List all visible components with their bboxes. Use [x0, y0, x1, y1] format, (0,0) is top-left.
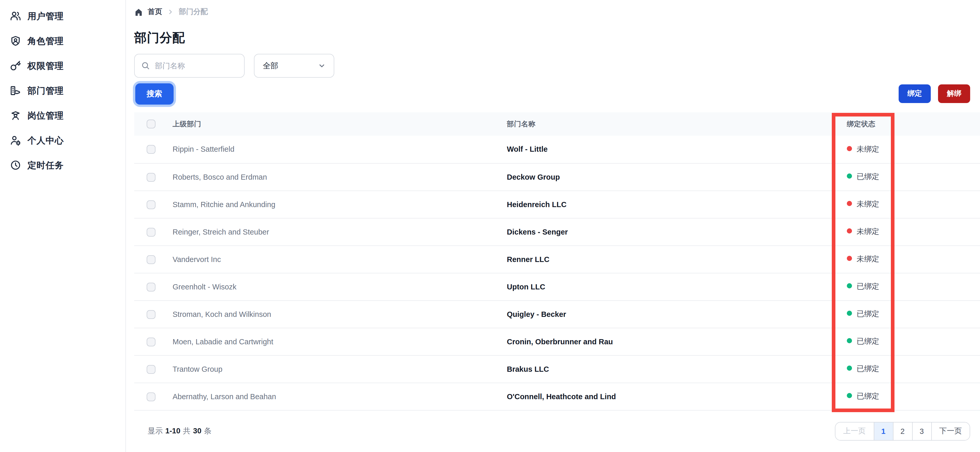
- summary-show-label: 显示: [148, 426, 163, 436]
- page-button-1[interactable]: 1: [873, 422, 892, 440]
- organization-icon: [10, 85, 21, 96]
- table-row: Vandervort IncRenner LLC未绑定: [134, 246, 980, 273]
- bind-status-cell: 已绑定: [847, 163, 980, 190]
- search-button[interactable]: 搜索: [135, 83, 173, 104]
- department-name-cell: Renner LLC: [507, 246, 847, 273]
- sidebar-item-权限管理[interactable]: 权限管理: [0, 53, 126, 78]
- status-label: 已绑定: [857, 282, 879, 290]
- status-dot-green: [847, 366, 852, 371]
- parent-department-cell: Vandervort Inc: [165, 246, 507, 273]
- status-dot-red: [847, 256, 852, 261]
- bind-status-cell: 未绑定: [847, 190, 980, 218]
- table-header-row: 上级部门 部门名称 绑定状态: [134, 113, 980, 136]
- status-label: 未绑定: [857, 200, 879, 208]
- sidebar-item-label: 权限管理: [27, 60, 64, 72]
- bind-status-cell: 已绑定: [847, 300, 980, 328]
- department-name-cell: Heidenreich LLC: [507, 190, 847, 218]
- department-name-cell: Upton LLC: [507, 273, 847, 300]
- search-input[interactable]: [155, 62, 238, 70]
- sidebar-item-部门管理[interactable]: 部门管理: [0, 78, 126, 103]
- chevron-right-icon: [167, 8, 174, 16]
- status-label: 已绑定: [857, 173, 879, 181]
- pagination-summary: 显示 1-10 共 30 条: [148, 426, 212, 436]
- page-button-3[interactable]: 3: [912, 422, 931, 440]
- table-row: Rippin - SatterfieldWolf - Little未绑定: [134, 136, 980, 163]
- parent-department-cell: Reinger, Streich and Steuber: [165, 218, 507, 246]
- departments-table: 上级部门 部门名称 绑定状态 Rippin - SatterfieldWolf …: [134, 113, 980, 410]
- bind-status-cell: 已绑定: [847, 273, 980, 300]
- clock-icon: [10, 159, 21, 171]
- bind-status-cell: 已绑定: [847, 382, 980, 410]
- bind-status-cell: 未绑定: [847, 136, 980, 163]
- row-checkbox[interactable]: [147, 392, 156, 401]
- table-row: Trantow GroupBrakus LLC已绑定: [134, 355, 980, 382]
- home-icon[interactable]: [134, 8, 143, 16]
- table-row: Abernathy, Larson and BeahanO'Connell, H…: [134, 382, 980, 410]
- department-name-cell: Wolf - Little: [507, 136, 847, 163]
- search-icon: [141, 61, 150, 70]
- summary-range: 1-10: [165, 427, 180, 435]
- actions-row: 搜索 绑定 解绑: [134, 81, 970, 107]
- status-dot-green: [847, 393, 852, 398]
- department-name-cell: Brakus LLC: [507, 355, 847, 382]
- filter-bar: 全部: [134, 54, 980, 78]
- parent-department-cell: Roberts, Bosco and Erdman: [165, 163, 507, 190]
- parent-department-cell: Stamm, Ritchie and Ankunding: [165, 190, 507, 218]
- department-name-cell: Deckow Group: [507, 163, 847, 190]
- summary-total-label: 共: [183, 426, 191, 436]
- graduate-icon: [10, 110, 21, 121]
- sidebar-item-角色管理[interactable]: 角色管理: [0, 29, 126, 53]
- sidebar-item-用户管理[interactable]: 用户管理: [0, 4, 126, 29]
- next-page-button[interactable]: 下一页: [931, 422, 970, 440]
- table-row: Roberts, Bosco and ErdmanDeckow Group已绑定: [134, 163, 980, 190]
- row-checkbox[interactable]: [147, 200, 156, 209]
- status-dot-green: [847, 338, 852, 343]
- row-checkbox[interactable]: [147, 145, 156, 154]
- sidebar-item-个人中心[interactable]: 个人中心: [0, 128, 126, 153]
- row-checkbox[interactable]: [147, 228, 156, 236]
- sidebar-item-定时任务[interactable]: 定时任务: [0, 153, 126, 178]
- department-search-field[interactable]: [134, 54, 245, 78]
- department-name-cell: O'Connell, Heathcote and Lind: [507, 382, 847, 410]
- department-name-cell: Cronin, Oberbrunner and Rau: [507, 328, 847, 355]
- users-icon: [10, 10, 21, 22]
- status-filter-select[interactable]: 全部: [254, 54, 334, 78]
- parent-department-cell: Stroman, Koch and Wilkinson: [165, 300, 507, 328]
- table-row: Moen, Labadie and CartwrightCronin, Ober…: [134, 328, 980, 355]
- sidebar-item-岗位管理[interactable]: 岗位管理: [0, 103, 126, 128]
- table-row: Greenholt - WisozkUpton LLC已绑定: [134, 273, 980, 300]
- summary-total: 30: [193, 427, 201, 435]
- breadcrumb: 首页 部门分配: [134, 6, 980, 17]
- parent-department-cell: Moen, Labadie and Cartwright: [165, 328, 507, 355]
- parent-department-cell: Rippin - Satterfield: [165, 136, 507, 163]
- row-checkbox[interactable]: [147, 282, 156, 291]
- bind-button[interactable]: 绑定: [899, 84, 931, 103]
- select-value: 全部: [263, 61, 278, 71]
- page-root: 用户管理角色管理权限管理部门管理岗位管理个人中心定时任务 首页 部门分配 部门分…: [0, 0, 980, 452]
- sidebar-item-label: 个人中心: [27, 134, 64, 146]
- bind-status-cell: 已绑定: [847, 328, 980, 355]
- row-checkbox[interactable]: [147, 365, 156, 374]
- status-label: 已绑定: [857, 309, 879, 318]
- unbind-button[interactable]: 解绑: [938, 84, 970, 103]
- user-gear-icon: [10, 135, 21, 146]
- row-checkbox[interactable]: [147, 255, 156, 264]
- breadcrumb-home-link[interactable]: 首页: [148, 7, 162, 17]
- table-body: Rippin - SatterfieldWolf - Little未绑定Robe…: [134, 136, 980, 410]
- row-checkbox[interactable]: [147, 310, 156, 319]
- status-label: 未绑定: [857, 227, 879, 236]
- table-row: Reinger, Streich and SteuberDickens - Se…: [134, 218, 980, 246]
- status-label: 未绑定: [857, 145, 879, 153]
- select-all-checkbox[interactable]: [147, 120, 156, 128]
- parent-department-cell: Trantow Group: [165, 355, 507, 382]
- prev-page-button[interactable]: 上一页: [835, 422, 873, 440]
- status-dot-red: [847, 228, 852, 233]
- status-dot-red: [847, 201, 852, 206]
- row-checkbox[interactable]: [147, 173, 156, 181]
- sidebar-item-label: 定时任务: [27, 159, 64, 171]
- header-department-name: 部门名称: [507, 113, 847, 136]
- bind-status-cell: 未绑定: [847, 218, 980, 246]
- page-button-2[interactable]: 2: [892, 422, 912, 440]
- parent-department-cell: Greenholt - Wisozk: [165, 273, 507, 300]
- row-checkbox[interactable]: [147, 337, 156, 346]
